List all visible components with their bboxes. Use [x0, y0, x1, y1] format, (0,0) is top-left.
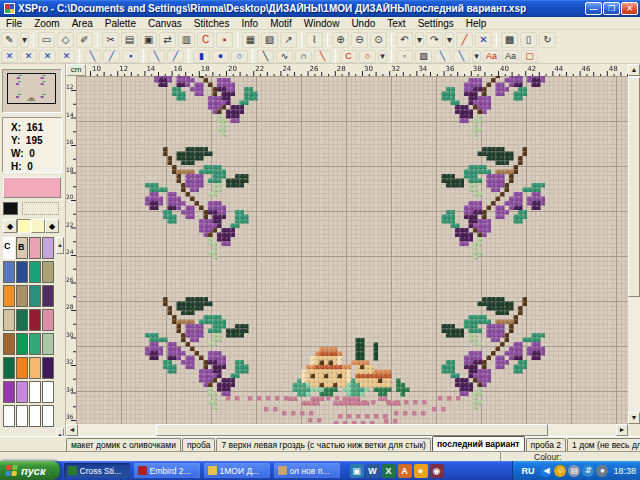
pointer-icon[interactable]: ↗ — [280, 32, 297, 48]
menu-stitches[interactable]: Stitches — [188, 18, 236, 29]
menu-help[interactable]: Help — [460, 18, 493, 29]
pattern-tab-5[interactable]: проба 2 — [526, 438, 567, 451]
palette-swatch-4-3[interactable] — [42, 333, 54, 355]
eraser-tool-icon[interactable]: ✐ — [76, 32, 93, 48]
palette-swatch-2-1[interactable] — [16, 285, 28, 307]
copy-icon[interactable]: ▤ — [121, 32, 138, 48]
palette-swatch-0-1[interactable]: B — [16, 237, 28, 259]
palette-swatch-5-3[interactable] — [42, 357, 54, 379]
menu-window[interactable]: Window — [298, 18, 346, 29]
font-large-icon[interactable]: Aa — [483, 50, 500, 63]
palette-swatch-2-3[interactable] — [42, 285, 54, 307]
undo-icon[interactable]: ↶ — [396, 32, 413, 48]
line-dropdown-icon[interactable]: ▾ — [472, 50, 481, 63]
pattern-tab-4[interactable]: последний вариант — [432, 436, 525, 451]
vertical-scroll-thumb[interactable] — [628, 77, 640, 297]
petite-half-icon[interactable]: ╱ — [103, 50, 120, 63]
network-icon[interactable]: ● — [596, 465, 608, 477]
menu-text[interactable]: Text — [381, 18, 411, 29]
menu-area[interactable]: Area — [66, 18, 99, 29]
close-button[interactable]: ✕ — [621, 2, 638, 15]
messenger-icon[interactable]: ● — [414, 464, 428, 478]
menu-info[interactable]: Info — [235, 18, 264, 29]
quarter-stitch-icon[interactable]: ✕ — [58, 50, 75, 63]
palette-swatch-4-2[interactable] — [29, 333, 41, 355]
horizontal-scroll-thumb[interactable] — [156, 424, 548, 436]
library-icon[interactable]: ▦ — [242, 32, 259, 48]
palette-swatch-5-2[interactable] — [29, 357, 41, 379]
bead-filled-icon[interactable]: ● — [212, 50, 229, 63]
pattern-tab-6[interactable]: 1 дом (не весь для стыковки) — [567, 438, 640, 451]
fabric-option-0[interactable]: ◆ — [3, 219, 17, 233]
small-dot-icon[interactable]: ▪ — [122, 50, 139, 63]
palette-swatch-0-3[interactable] — [42, 237, 54, 259]
circle-dropdown-icon[interactable]: ▾ — [378, 50, 387, 63]
scroll-right-icon[interactable]: ► — [616, 424, 628, 436]
vertical-stitch-icon[interactable]: ▮ — [193, 50, 210, 63]
palette-swatch-3-2[interactable] — [29, 309, 41, 331]
display-icon[interactable]: ▣ — [350, 464, 364, 478]
player-icon[interactable]: ◉ — [430, 464, 444, 478]
three-quarter-stitch-icon[interactable]: ✕ — [20, 50, 37, 63]
arc-red-icon[interactable]: C — [340, 50, 357, 63]
maximize-button[interactable]: ❒ — [603, 2, 620, 15]
excel-icon[interactable]: X — [382, 464, 396, 478]
pencil-dropdown-icon[interactable]: ▾ — [20, 32, 29, 48]
long-stitch-icon[interactable]: ╲ — [314, 50, 331, 63]
palette-swatch-7-1[interactable] — [16, 405, 28, 427]
scroll-left-icon[interactable]: ◄ — [66, 424, 78, 436]
menu-palette[interactable]: Palette — [99, 18, 142, 29]
palette-swatch-5-0[interactable] — [3, 357, 15, 379]
palette-swatch-3-3[interactable] — [42, 309, 54, 331]
mirror-icon[interactable]: ▥ — [178, 32, 195, 48]
palette-swatch-0-0[interactable]: C — [3, 237, 15, 259]
menu-motif[interactable]: Motif — [264, 18, 298, 29]
redo-dropdown-icon[interactable]: ▾ — [445, 32, 454, 48]
font-small-icon[interactable]: Aa — [502, 50, 519, 63]
arc-stitch-icon[interactable]: ∩ — [295, 50, 312, 63]
paste-icon[interactable]: ▣ — [140, 32, 157, 48]
palette-scroll-up[interactable]: ▲ — [56, 237, 64, 254]
palette-swatch-1-1[interactable] — [16, 261, 28, 283]
scroll-down-icon[interactable]: ▼ — [628, 412, 640, 424]
flip-horizontal-icon[interactable]: ⇄ — [159, 32, 176, 48]
pattern-preview[interactable] — [2, 69, 62, 113]
line-stitch-icon[interactable]: ╲ — [257, 50, 274, 63]
vertical-scrollbar[interactable]: ▲ ▼ — [628, 64, 640, 424]
straight-line2-icon[interactable]: ╲ — [453, 50, 470, 63]
export-icon[interactable]: ▧ — [261, 32, 278, 48]
palette-swatch-4-0[interactable] — [3, 333, 15, 355]
language-indicator[interactable]: RU — [521, 466, 534, 476]
taskbar-task-3[interactable]: 1МОИ Д... — [204, 463, 270, 478]
palette-swatch-2-0[interactable] — [3, 285, 15, 307]
palette-swatch-6-2[interactable] — [29, 381, 41, 403]
palette-swatch-1-0[interactable] — [3, 261, 15, 283]
pattern-tab-2[interactable]: проба — [182, 438, 215, 451]
empty-blend-swatch[interactable] — [22, 202, 59, 215]
scroll-up-icon[interactable]: ▲ — [628, 64, 640, 76]
menu-zoom[interactable]: Zoom — [28, 18, 66, 29]
taskbar-task-4[interactable]: ол нов п... — [274, 463, 340, 478]
thread-icon[interactable]: ⌇ — [306, 32, 323, 48]
pen-red-icon[interactable]: ╱ — [456, 32, 473, 48]
menu-canvas[interactable]: Canvas — [142, 18, 188, 29]
palette-swatch-6-3[interactable] — [42, 381, 54, 403]
pattern-tab-1[interactable]: макет домик с оливочками — [66, 438, 181, 451]
corner-icon[interactable]: ▪ — [216, 32, 233, 48]
full-cross-stitch-icon[interactable]: ✕ — [1, 50, 18, 63]
curve-stitch-icon[interactable]: ∿ — [276, 50, 293, 63]
clock[interactable]: 18:38 — [613, 466, 636, 476]
palette-swatch-3-1[interactable] — [16, 309, 28, 331]
palette-swatch-7-2[interactable] — [29, 405, 41, 427]
fabric-option-2[interactable] — [31, 219, 45, 233]
palette-swatch-5-1[interactable] — [16, 357, 28, 379]
taskbar-task-2[interactable]: Embird 2... — [134, 463, 200, 478]
french-knot-icon[interactable]: ◦ — [396, 50, 413, 63]
straight-line-icon[interactable]: ╲ — [434, 50, 451, 63]
select-rect-icon[interactable]: ▭ — [38, 32, 55, 48]
palette-swatch-7-0[interactable] — [3, 405, 15, 427]
word-icon[interactable]: W — [366, 464, 380, 478]
petite-stitch-icon[interactable]: ╲ — [84, 50, 101, 63]
import-image-icon[interactable]: ▩ — [501, 32, 518, 48]
delete-stitch-icon[interactable]: ✕ — [475, 32, 492, 48]
